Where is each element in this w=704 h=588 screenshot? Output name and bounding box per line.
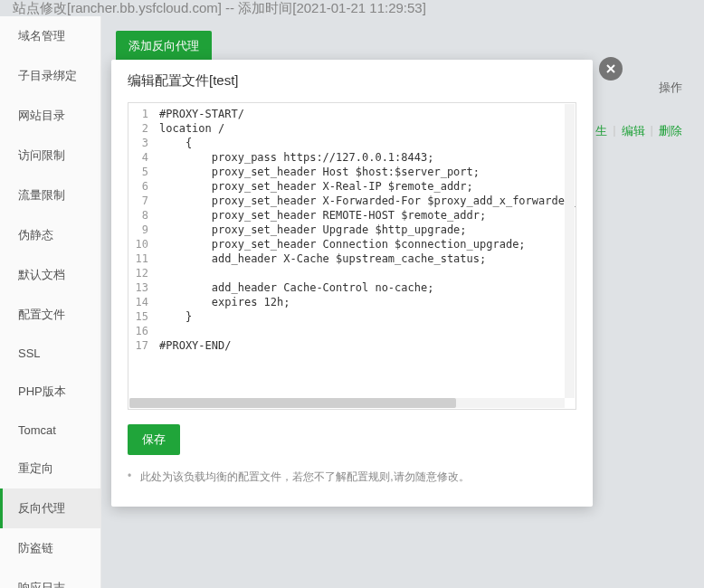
- code-line[interactable]: proxy_set_header Connection $connection_…: [159, 237, 576, 251]
- scrollbar-vertical[interactable]: [565, 104, 575, 398]
- code-line[interactable]: proxy_set_header X-Forwarded-For $proxy_…: [159, 194, 576, 208]
- close-button[interactable]: [599, 57, 623, 81]
- code-line[interactable]: #PROXY-END/: [159, 338, 576, 353]
- line-number: 16: [128, 324, 148, 338]
- line-number: 6: [128, 179, 148, 194]
- modal-overlay: 编辑配置文件[test] 1234567891011121314151617 #…: [0, 0, 704, 588]
- code-line[interactable]: expires 12h;: [159, 295, 576, 309]
- save-button[interactable]: 保存: [128, 424, 180, 455]
- bullet-icon: •: [128, 469, 131, 485]
- code-line[interactable]: add_header X-Cache $upstream_cache_statu…: [159, 251, 576, 266]
- close-icon: [605, 63, 616, 74]
- line-number: 1: [128, 107, 148, 121]
- line-number: 12: [128, 266, 148, 280]
- note-text: 此处为该负载均衡的配置文件，若您不了解配置规则,请勿随意修改。: [140, 469, 469, 485]
- editor-gutter: 1234567891011121314151617: [128, 103, 154, 356]
- line-number: 4: [128, 150, 148, 165]
- line-number: 11: [128, 251, 148, 266]
- line-number: 7: [128, 194, 148, 208]
- scrollbar-horizontal[interactable]: [129, 398, 565, 408]
- editor-code[interactable]: #PROXY-START/location / { proxy_pass htt…: [154, 103, 576, 356]
- line-number: 9: [128, 223, 148, 237]
- code-line[interactable]: {: [159, 136, 576, 150]
- line-number: 14: [128, 295, 148, 309]
- line-number: 13: [128, 280, 148, 295]
- line-number: 2: [128, 121, 148, 136]
- code-line[interactable]: }: [159, 309, 576, 324]
- line-number: 8: [128, 208, 148, 223]
- line-number: 5: [128, 165, 148, 179]
- modal-title: 编辑配置文件[test]: [111, 60, 593, 102]
- code-line[interactable]: [159, 324, 576, 338]
- code-line[interactable]: proxy_set_header Host $host:$server_port…: [159, 165, 576, 179]
- edit-config-modal: 编辑配置文件[test] 1234567891011121314151617 #…: [111, 60, 593, 507]
- code-line[interactable]: [159, 266, 576, 280]
- line-number: 3: [128, 136, 148, 150]
- code-line[interactable]: proxy_set_header Upgrade $http_upgrade;: [159, 223, 576, 237]
- line-number: 10: [128, 237, 148, 251]
- modal-note: • 此处为该负载均衡的配置文件，若您不了解配置规则,请勿随意修改。: [111, 469, 593, 507]
- code-editor[interactable]: 1234567891011121314151617 #PROXY-START/l…: [128, 102, 576, 410]
- code-line[interactable]: add_header Cache-Control no-cache;: [159, 280, 576, 295]
- code-line[interactable]: proxy_pass https://127.0.0.1:8443;: [159, 150, 576, 165]
- code-line[interactable]: proxy_set_header X-Real-IP $remote_addr;: [159, 179, 576, 194]
- line-number: 17: [128, 338, 148, 353]
- line-number: 15: [128, 309, 148, 324]
- code-line[interactable]: proxy_set_header REMOTE-HOST $remote_add…: [159, 208, 576, 223]
- scrollbar-thumb[interactable]: [129, 398, 456, 408]
- code-line[interactable]: #PROXY-START/: [159, 107, 576, 121]
- code-line[interactable]: location /: [159, 121, 576, 136]
